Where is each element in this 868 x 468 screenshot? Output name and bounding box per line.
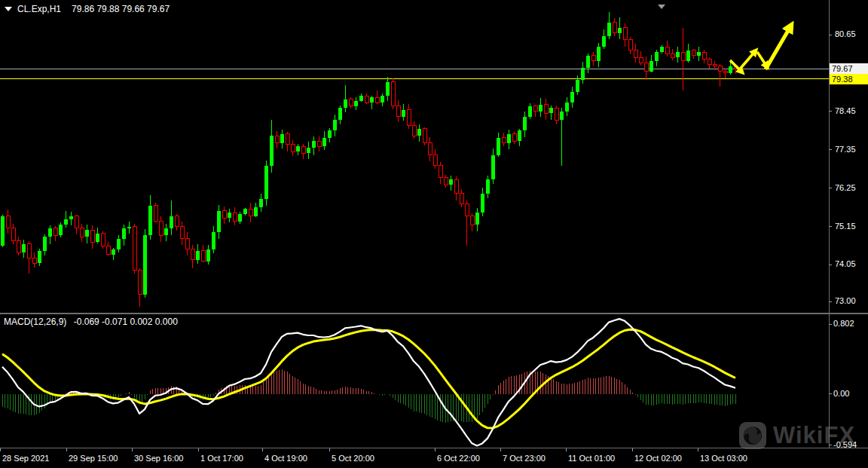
price-tick-label: 80.65: [835, 29, 856, 38]
macd-tick: [829, 324, 832, 325]
symbol-dropdown-icon[interactable]: [5, 7, 12, 11]
macd-main-line: [2, 319, 735, 445]
time-tick: [698, 448, 698, 451]
wikifx-eagle-icon: [738, 421, 767, 450]
macd-tick: [829, 393, 832, 394]
macd-indicator-pane[interactable]: [0, 0, 868, 468]
macd-tick: [829, 445, 832, 445]
price-tick: [829, 265, 832, 265]
price-tick: [829, 35, 832, 35]
macd-indicator-name: MACD(12,26,9): [4, 317, 66, 327]
time-tick: [566, 448, 567, 451]
time-tick: [198, 448, 199, 451]
time-tick: [500, 448, 501, 451]
time-tick-label[interactable]: 6 Oct 22:00: [437, 454, 480, 463]
price-tick-label: 75.15: [835, 222, 856, 231]
time-tick: [435, 448, 436, 451]
pane-separator[interactable]: [0, 313, 868, 314]
price-tag-79.38: 79.38: [830, 74, 868, 84]
time-tick-label[interactable]: 28 Sep 2021: [2, 454, 49, 463]
time-axis-border: [0, 448, 868, 448]
time-tick: [262, 448, 263, 451]
macd-histogram: [2, 369, 735, 423]
macd-tick-label: -0.594: [833, 440, 857, 449]
price-tick: [829, 226, 832, 227]
time-tick: [329, 448, 330, 451]
time-tick-label[interactable]: 13 Oct 03:00: [700, 454, 747, 463]
price-tick-label: 74.05: [835, 259, 856, 268]
price-tick: [829, 301, 832, 302]
time-tick: [0, 448, 1, 451]
time-tick-label[interactable]: 1 Oct 17:00: [200, 454, 243, 463]
time-tick-label[interactable]: 7 Oct 23:00: [503, 454, 546, 463]
macd-indicator-values: -0.069 -0.071 0.002 0.000: [74, 317, 178, 327]
price-tick: [829, 111, 832, 112]
macd-tick-label: 0.802: [833, 319, 854, 328]
time-tick: [632, 448, 633, 451]
time-tick: [132, 448, 133, 451]
price-tag-79.67: 79.67: [830, 63, 868, 74]
macd-label: MACD(12,26,9) -0.069 -0.071 0.002 0.000: [4, 317, 182, 327]
ohlc-quotes: 79.86 79.88 79.66 79.67: [72, 4, 170, 14]
time-tick-label[interactable]: 12 Oct 02:00: [634, 454, 682, 463]
time-tick-label[interactable]: 11 Oct 01:00: [568, 454, 615, 463]
chart-window: { "header": { "symbol": "CL.Exp,H1", "qu…: [0, 0, 868, 468]
price-tick-label: 77.35: [835, 145, 856, 154]
macd-signal-line: [2, 329, 735, 428]
macd-tick-label: 0.00: [833, 389, 849, 398]
price-tick-label: 78.45: [835, 106, 856, 115]
symbol-label: CL.Exp,H1: [17, 4, 61, 14]
time-tick-label[interactable]: 30 Sep 16:00: [134, 454, 183, 463]
price-tick: [829, 149, 832, 150]
time-tick-label[interactable]: 4 Oct 19:00: [264, 454, 307, 463]
time-tick-label[interactable]: 5 Oct 20:00: [332, 454, 374, 463]
time-tick: [66, 448, 67, 451]
time-tick-label[interactable]: 29 Sep 15:00: [69, 454, 118, 463]
price-tick: [829, 188, 832, 188]
price-tick-label: 73.00: [835, 296, 856, 305]
price-tick-label: 76.25: [835, 183, 856, 192]
chart-title: CL.Exp,H1 79.86 79.88 79.66 79.67: [5, 4, 170, 14]
